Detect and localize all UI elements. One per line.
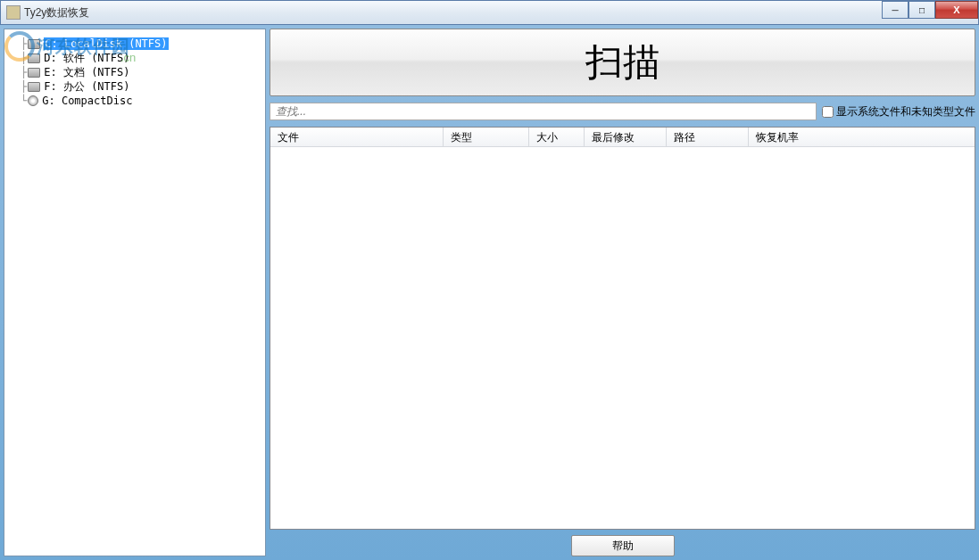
tree-connector: ├ xyxy=(21,52,26,64)
tree-connector: ├ xyxy=(21,66,26,78)
app-icon xyxy=(6,5,21,20)
tree-connector: ├ xyxy=(21,37,26,50)
tree-label: D: 软件 (NTFS) xyxy=(44,51,129,66)
show-system-files-checkbox[interactable]: 显示系统文件和未知类型文件 xyxy=(822,104,975,119)
disk-icon xyxy=(28,82,40,92)
tree-label: G: CompactDisc xyxy=(42,95,132,107)
checkbox-input[interactable] xyxy=(822,106,834,118)
tree-label: F: 办公 (NTFS) xyxy=(44,79,129,95)
disk-icon xyxy=(28,68,40,78)
app-body: 河东软件园 .cn ├ C: LocalDisk (NTFS) ├ D: 软件 … xyxy=(0,25,979,560)
tree-label: E: 文档 (NTFS) xyxy=(44,65,129,80)
cd-icon xyxy=(28,95,38,106)
drive-tree-panel: 河东软件园 .cn ├ C: LocalDisk (NTFS) ├ D: 软件 … xyxy=(4,29,266,556)
window-controls: ─ □ X xyxy=(882,1,978,19)
help-label: 帮助 xyxy=(612,539,634,554)
scan-label: 扫描 xyxy=(585,37,660,87)
tree-label: C: LocalDisk (NTFS) xyxy=(44,37,168,50)
col-type[interactable]: 类型 xyxy=(444,128,529,146)
help-button[interactable]: 帮助 xyxy=(571,535,675,556)
tree-connector: └ xyxy=(21,95,26,107)
tree-item-g[interactable]: └ G: CompactDisc xyxy=(21,94,261,108)
maximize-button[interactable]: □ xyxy=(908,1,935,19)
tree-item-e[interactable]: ├ E: 文档 (NTFS) xyxy=(21,65,261,79)
window-title: Ty2y数据恢复 xyxy=(24,5,89,21)
tree-item-f[interactable]: ├ F: 办公 (NTFS) xyxy=(21,79,261,94)
col-size[interactable]: 大小 xyxy=(529,128,585,146)
disk-icon xyxy=(28,39,40,49)
right-panel: 扫描 显示系统文件和未知类型文件 文件 类型 大小 最后修改 路径 恢复机率 帮… xyxy=(270,29,975,556)
table-header: 文件 类型 大小 最后修改 路径 恢复机率 xyxy=(270,128,975,147)
bottom-row: 帮助 xyxy=(270,535,975,556)
scan-button[interactable]: 扫描 xyxy=(270,29,975,96)
disk-icon xyxy=(28,54,40,63)
checkbox-label: 显示系统文件和未知类型文件 xyxy=(836,104,975,119)
drive-tree: ├ C: LocalDisk (NTFS) ├ D: 软件 (NTFS) ├ E… xyxy=(8,37,261,108)
table-body xyxy=(270,147,975,529)
file-table: 文件 类型 大小 最后修改 路径 恢复机率 xyxy=(270,127,975,530)
col-recovery[interactable]: 恢复机率 xyxy=(749,128,975,146)
tree-item-d[interactable]: ├ D: 软件 (NTFS) xyxy=(21,51,261,65)
search-row: 显示系统文件和未知类型文件 xyxy=(270,102,975,121)
tree-connector: ├ xyxy=(21,80,26,93)
close-button[interactable]: X xyxy=(935,1,978,19)
col-file[interactable]: 文件 xyxy=(270,128,444,146)
col-modified[interactable]: 最后修改 xyxy=(585,128,667,146)
col-path[interactable]: 路径 xyxy=(667,128,749,146)
titlebar: Ty2y数据恢复 ─ □ X xyxy=(0,0,979,25)
tree-item-c[interactable]: ├ C: LocalDisk (NTFS) xyxy=(21,37,261,51)
minimize-button[interactable]: ─ xyxy=(882,1,908,19)
search-input[interactable] xyxy=(270,103,817,120)
